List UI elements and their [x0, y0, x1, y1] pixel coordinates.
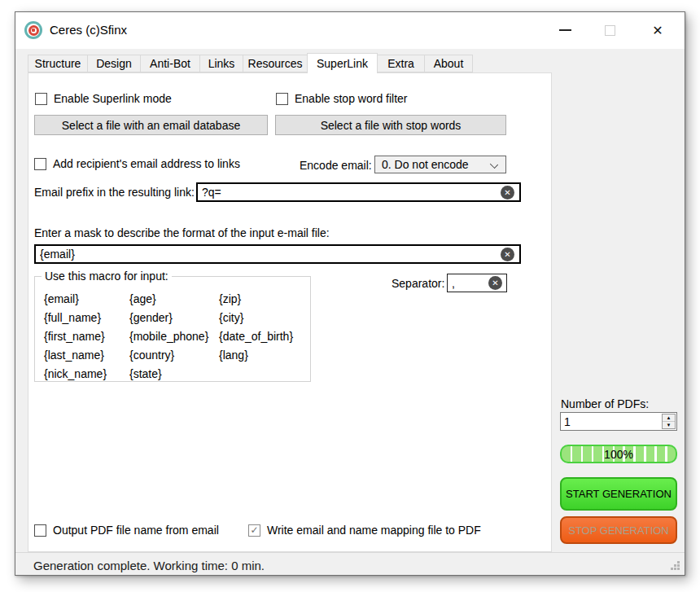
macro-item: {gender} [129, 311, 219, 324]
tab-label: Extra [387, 57, 414, 70]
macro-item: {date_of_birth} [219, 330, 293, 343]
macro-item: {age} [129, 292, 219, 305]
write-mapping-checkbox[interactable]: ✓ Write email and name mapping file to P… [248, 524, 481, 537]
macro-item: {lang} [219, 349, 293, 362]
macro-item: {full_name} [44, 311, 129, 324]
status-bar: Generation complete. Working time: 0 min… [15, 552, 685, 575]
macro-item: {city} [219, 311, 293, 324]
checkbox-label: Add recipient's email address to links [53, 157, 240, 170]
start-generation-button[interactable]: START GENERATION [560, 477, 677, 511]
enable-superlink-checkbox[interactable]: Enable Superlink mode [35, 92, 172, 105]
checkbox-box[interactable] [35, 93, 47, 105]
generation-progress-bar: 100% [560, 445, 677, 463]
add-recipient-email-checkbox[interactable]: Add recipient's email address to links [34, 157, 240, 170]
checkbox-box[interactable]: ✓ [248, 524, 260, 537]
select-stop-words-button[interactable]: Select a file with stop words [275, 115, 506, 135]
tab-extra[interactable]: Extra [377, 55, 425, 72]
macro-groupbox: Use this macro for input: {email} {full_… [34, 276, 311, 382]
minimize-button[interactable] [551, 19, 579, 42]
stop-generation-button[interactable]: STOP GENERATION [560, 516, 677, 544]
separator-label: Separator: [392, 277, 444, 290]
enable-stop-word-filter-checkbox[interactable]: Enable stop word filter [276, 92, 408, 105]
macro-item: {mobile_phone} [129, 330, 219, 343]
email-prefix-label: Email prefix in the resulting link: [34, 186, 195, 199]
macro-item: {nick_name} [44, 367, 129, 380]
clear-separator-icon[interactable]: ✕ [488, 276, 502, 290]
window-title: Ceres (c)Sfinx [50, 23, 127, 37]
tab-bar: Structure Design Anti-Bot Links Resource… [28, 53, 473, 73]
tab-superlink[interactable]: SuperLink [307, 53, 378, 73]
clear-mask-icon[interactable]: ✕ [501, 248, 514, 261]
checkbox-box[interactable] [34, 524, 46, 537]
tab-label: Structure [35, 57, 81, 70]
close-button[interactable]: ✕ [644, 19, 672, 42]
clear-email-prefix-icon[interactable]: ✕ [501, 186, 514, 200]
spin-down-button[interactable]: ▼ [663, 422, 675, 429]
email-prefix-input[interactable] [196, 182, 521, 202]
status-text: Generation complete. Working time: 0 min… [33, 559, 265, 572]
encode-email-dropdown[interactable]: 0. Do not encode [374, 156, 506, 173]
tab-about[interactable]: About [424, 55, 473, 72]
number-of-pdfs-label: Number of PDFs: [561, 397, 649, 410]
app-window: Ceres (c)Sfinx ✕ Structure Design Anti-B… [15, 11, 685, 576]
tab-label: SuperLink [317, 57, 368, 70]
tab-resources[interactable]: Resources [243, 55, 308, 72]
macro-groupbox-title: Use this macro for input: [42, 270, 172, 283]
spin-buttons: ▲ ▼ [662, 414, 676, 429]
tab-design[interactable]: Design [87, 55, 141, 72]
macro-item: {first_name} [44, 330, 129, 343]
mask-label: Enter a mask to describe the format of t… [34, 226, 330, 239]
mask-input[interactable] [34, 244, 521, 264]
tab-label: Resources [248, 57, 303, 70]
checkbox-label: Write email and name mapping file to PDF [267, 524, 481, 537]
checkbox-label: Enable stop word filter [295, 92, 408, 105]
macro-item: {zip} [219, 292, 293, 305]
checkbox-box[interactable] [276, 93, 288, 105]
checkbox-box[interactable] [34, 158, 46, 170]
pdf-count-input[interactable] [561, 413, 662, 430]
superlink-panel: Enable Superlink mode Enable stop word f… [28, 72, 552, 552]
tab-anti-bot[interactable]: Anti-Bot [140, 55, 200, 72]
tab-links[interactable]: Links [199, 55, 243, 72]
macro-item: {last_name} [44, 349, 129, 362]
checkbox-label: Enable Superlink mode [54, 92, 172, 105]
tab-label: About [434, 57, 464, 70]
macro-item: {state} [129, 367, 219, 380]
macro-item: {email} [44, 292, 129, 305]
titlebar: Ceres (c)Sfinx ✕ [15, 12, 685, 49]
progress-percent-label: 100% [604, 448, 633, 461]
close-icon: ✕ [652, 23, 663, 38]
maximize-button[interactable] [596, 19, 623, 42]
select-email-database-button[interactable]: Select a file with an email database [34, 115, 268, 135]
output-pdf-name-checkbox[interactable]: Output PDF file name from email [34, 524, 219, 537]
macro-list: {email} {full_name} {first_name} {last_n… [44, 289, 293, 383]
maximize-icon [605, 25, 615, 36]
pdf-count-spinner: ▲ ▼ [560, 412, 677, 431]
resize-grip-icon[interactable] [671, 561, 680, 570]
tab-label: Links [208, 57, 235, 70]
checkbox-label: Output PDF file name from email [53, 524, 219, 537]
minimize-icon [559, 29, 571, 31]
chevron-down-icon [490, 160, 498, 169]
tab-label: Anti-Bot [150, 57, 190, 70]
spin-up-button[interactable]: ▲ [663, 414, 675, 422]
tab-label: Design [96, 57, 132, 70]
macro-item: {country} [129, 349, 219, 362]
tab-structure[interactable]: Structure [28, 55, 88, 72]
app-icon [24, 21, 42, 39]
encode-email-label: Encode email: [300, 159, 372, 172]
dropdown-selected-value: 0. Do not encode [382, 158, 469, 171]
